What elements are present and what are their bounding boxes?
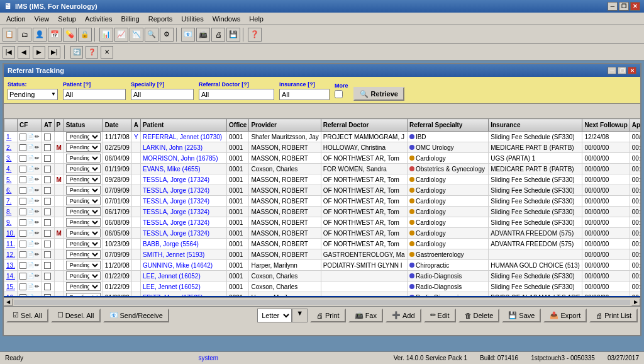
toolbar-btn-15[interactable]: 💾 [226, 28, 240, 42]
menu-billing[interactable]: Billing [117, 14, 143, 24]
send-receive-button[interactable]: 📧Send/Receive [103, 309, 170, 322]
cf-checkbox[interactable] [19, 198, 26, 205]
cf-checkbox[interactable] [19, 208, 26, 215]
edit-button[interactable]: ✏Edit [424, 309, 456, 322]
cf-edit-icon[interactable]: ✏ [35, 241, 40, 247]
status-select[interactable]: Pending [66, 132, 101, 141]
grid-container[interactable]: CF AT P Status Date A Patient Office Pro… [4, 118, 640, 306]
letter-dropdown-btn[interactable]: ▼ [292, 309, 307, 322]
retrieve-button[interactable]: 🔍 Retrieve [353, 87, 404, 101]
cf-edit-icon[interactable]: ✏ [35, 262, 40, 268]
menu-windows[interactable]: Windows [209, 14, 245, 24]
fax-button[interactable]: 📠Fax [348, 309, 383, 322]
row-status[interactable]: Pending [64, 282, 103, 292]
row-number[interactable]: 1. [4, 132, 18, 142]
cf-icon[interactable]: 📄 [27, 273, 34, 279]
scroll-track[interactable] [14, 300, 630, 305]
status-select[interactable]: Pending [66, 164, 101, 173]
row-status[interactable]: Pending [64, 239, 103, 249]
status-select[interactable]: Pending [66, 143, 101, 152]
status-select[interactable]: Pending [66, 196, 101, 205]
at-checkbox[interactable] [44, 155, 51, 162]
ref-restore[interactable]: ❐ [618, 67, 626, 74]
scroll-left-btn[interactable]: ◀ [4, 299, 13, 306]
col-p-header[interactable]: P [54, 119, 64, 132]
minimize-btn[interactable]: ─ [608, 2, 618, 11]
toolbar-btn-13[interactable]: 📠 [196, 28, 210, 42]
table-row[interactable]: 13. 📄 ✏ Pending 11/20/08 GUNNING, Mike (… [4, 260, 641, 271]
nav-last[interactable]: ▶| [48, 46, 60, 59]
row-number[interactable]: 10. [4, 228, 18, 239]
status-select[interactable]: Pending [66, 250, 101, 259]
table-row[interactable]: 15. 📄 ✏ Pending 01/22/09 LEE, Jennet (16… [4, 282, 641, 292]
cf-edit-icon[interactable]: ✏ [35, 219, 40, 225]
toolbar-btn-12[interactable]: 📧 [181, 28, 195, 42]
col-refspec-header[interactable]: Referral Specialty [407, 119, 488, 132]
menu-utilities[interactable]: Utilities [177, 14, 207, 24]
insurance-input[interactable] [279, 89, 330, 100]
toolbar-btn-5[interactable]: 💊 [63, 28, 77, 42]
table-row[interactable]: 7. 📄 ✏ Pending 07/01/09 TESSLA, Jorge (1… [4, 196, 641, 207]
cf-edit-icon[interactable]: ✏ [35, 144, 40, 151]
cf-icon[interactable]: 📄 [27, 176, 34, 183]
at-checkbox[interactable] [44, 187, 51, 194]
row-number[interactable]: 15. [4, 282, 18, 292]
row-status[interactable]: Pending [64, 185, 103, 196]
cf-checkbox[interactable] [19, 283, 26, 290]
table-row[interactable]: 6. 📄 ✏ Pending 07/09/09 TESSLA, Jorge (1… [4, 185, 641, 196]
toolbar-btn-4[interactable]: 📅 [48, 28, 62, 42]
row-status[interactable]: Pending [64, 142, 103, 153]
table-row[interactable]: 1. 📄 ✏ Pending 11/17/08 Y REFERRAL, Jenn… [4, 132, 641, 142]
row-patient[interactable]: TESSLA, Jorge (17324) [141, 207, 227, 217]
close-btn[interactable]: ✕ [630, 2, 640, 11]
nav-first[interactable]: |◀ [3, 46, 15, 59]
row-status[interactable]: Pending [64, 164, 103, 174]
status-select[interactable]: Pending [66, 207, 101, 216]
sel-all-button[interactable]: ☑Sel. All [6, 309, 48, 322]
at-checkbox[interactable] [44, 208, 51, 215]
ref-close[interactable]: ✕ [628, 67, 636, 74]
col-booked-header[interactable]: Appt. Booked [630, 119, 640, 132]
at-checkbox[interactable] [44, 273, 51, 280]
specialty-input[interactable] [131, 89, 194, 100]
toolbar-btn-11[interactable]: ⚙ [160, 28, 174, 42]
at-checkbox[interactable] [44, 251, 51, 258]
at-checkbox[interactable] [44, 219, 51, 226]
row-status[interactable]: Pending [64, 260, 103, 271]
add-button[interactable]: ➕Add [386, 309, 421, 322]
row-status[interactable]: Pending [64, 196, 103, 207]
status-select[interactable]: Pending [66, 218, 101, 227]
row-patient[interactable]: TESSLA, Jorge (17324) [141, 185, 227, 196]
cf-icon[interactable]: 📄 [27, 144, 34, 151]
cf-checkbox[interactable] [19, 134, 26, 140]
cf-checkbox[interactable] [19, 155, 26, 162]
row-status[interactable]: Pending [64, 132, 103, 142]
at-checkbox[interactable] [44, 166, 51, 173]
row-status[interactable]: Pending [64, 217, 103, 228]
cf-icon[interactable]: 📄 [27, 262, 34, 268]
table-row[interactable]: 12. 📄 ✏ Pending 07/09/09 SMITH, Jennet (… [4, 249, 641, 260]
cf-edit-icon[interactable]: ✏ [35, 134, 40, 140]
cf-edit-icon[interactable]: ✏ [35, 166, 40, 172]
more-checkbox[interactable] [335, 90, 343, 98]
row-patient[interactable]: TESSLA, Jorge (17324) [141, 228, 227, 239]
at-checkbox[interactable] [44, 176, 51, 183]
table-row[interactable]: 8. 📄 ✏ Pending 06/17/09 TESSLA, Jorge (1… [4, 207, 641, 217]
at-checkbox[interactable] [44, 230, 51, 237]
row-patient[interactable]: TESSLA, Jorge (17324) [141, 174, 227, 185]
patient-input[interactable] [63, 89, 126, 100]
col-a-header[interactable]: A [131, 119, 140, 132]
row-patient[interactable]: LARKIN, John (2263) [141, 142, 227, 153]
row-number[interactable]: 2. [4, 142, 18, 153]
nav-close[interactable]: ✕ [101, 46, 113, 59]
row-number[interactable]: 4. [4, 164, 18, 174]
save-button[interactable]: 💾Save [502, 309, 541, 322]
nav-prev[interactable]: ◀ [18, 46, 30, 59]
status-dropdown[interactable]: Pending ▼ [8, 89, 58, 100]
toolbar-btn-2[interactable]: 🗂 [18, 28, 31, 42]
cf-icon[interactable]: 📄 [27, 166, 34, 172]
row-patient[interactable]: SMITH, Jennet (5193) [141, 249, 227, 260]
row-number[interactable]: 14. [4, 271, 18, 282]
status-select[interactable]: Pending [66, 282, 101, 291]
cf-edit-icon[interactable]: ✏ [35, 283, 40, 290]
